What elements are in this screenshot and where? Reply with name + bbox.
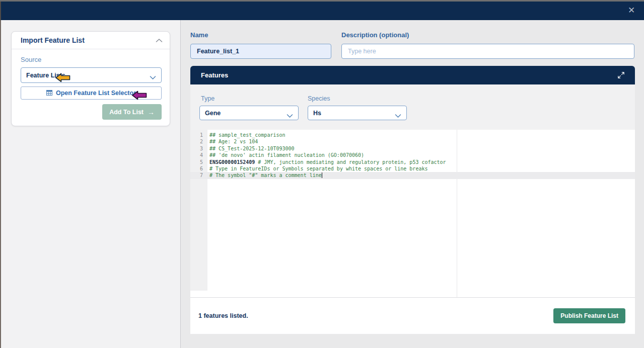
features-footer: 1 features listed. Publish Feature List <box>190 298 635 334</box>
source-dropdown[interactable]: Feature Lists <box>21 67 162 83</box>
type-dropdown-value: Gene <box>205 110 221 117</box>
open-feature-list-selector-label: Open Feature List Selector <box>56 90 136 97</box>
editor-line[interactable]: 2## Age: 2 vs 104 <box>190 138 635 145</box>
line-code: ## 'de novo' actin filament nucleation (… <box>207 152 364 158</box>
magenta-annotation-arrow <box>132 91 147 102</box>
editor-line[interactable]: 3## CS_Test-2025-12-10T093000 <box>190 145 635 152</box>
dialog-titlebar: ✕ <box>0 2 644 20</box>
name-label: Name <box>190 31 208 39</box>
add-to-list-label: Add To List <box>109 109 144 116</box>
editor-line[interactable]: 1## sample_test_comparison <box>190 132 635 138</box>
chevron-down-icon <box>150 73 156 82</box>
add-to-list-button[interactable]: Add To List → <box>102 104 162 120</box>
publish-feature-list-button[interactable]: Publish Feature List <box>553 308 625 323</box>
panel-title: Import Feature List <box>21 36 85 44</box>
line-number: 4 <box>190 152 207 158</box>
editor-line[interactable]: 5ENSG00000152409 # JMY, junction mediati… <box>190 159 635 165</box>
features-count-text: 1 features listed. <box>198 312 248 319</box>
name-input[interactable] <box>190 44 331 59</box>
close-icon[interactable]: ✕ <box>625 4 638 18</box>
features-header: Features <box>190 66 635 84</box>
description-label: Description (optional) <box>341 31 409 39</box>
editor-line[interactable]: 7# The symbol "#" marks a comment line <box>190 172 635 179</box>
features-section: Features Type Species Gene Hs <box>190 66 635 334</box>
text-cursor <box>322 172 322 178</box>
type-label: Type <box>201 95 214 102</box>
line-code: ## Age: 2 vs 104 <box>207 138 258 145</box>
chevron-up-icon[interactable] <box>156 36 163 45</box>
chevron-down-icon <box>395 111 401 120</box>
line-number: 7 <box>190 172 207 179</box>
species-dropdown-value: Hs <box>313 110 321 117</box>
line-code: # The symbol "#" marks a comment line <box>207 172 322 179</box>
yellow-annotation-arrow <box>55 73 70 84</box>
line-number: 2 <box>190 138 207 145</box>
expand-icon[interactable] <box>616 70 626 80</box>
line-number: 5 <box>190 159 207 165</box>
description-input[interactable] <box>341 44 634 59</box>
import-feature-list-panel: Import Feature List Source Feature Lists <box>11 31 170 126</box>
line-number: 3 <box>190 145 207 152</box>
editor-lines: 1## sample_test_comparison2## Age: 2 vs … <box>190 132 635 179</box>
line-number: 1 <box>190 132 207 138</box>
table-icon <box>46 89 52 98</box>
source-label: Source <box>21 56 162 63</box>
editor-line[interactable]: 4## 'de novo' actin filament nucleation … <box>190 152 635 158</box>
line-code: ENSG00000152409 # JMY, junction mediatin… <box>207 159 446 165</box>
line-code: ## sample_test_comparison <box>207 132 285 138</box>
species-dropdown[interactable]: Hs <box>308 106 407 120</box>
chevron-down-icon <box>287 111 293 120</box>
species-label: Species <box>308 95 330 102</box>
features-title: Features <box>201 71 228 79</box>
line-number: 6 <box>190 165 207 172</box>
type-dropdown[interactable]: Gene <box>199 106 299 120</box>
line-code: ## CS_Test-2025-12-10T093000 <box>207 145 295 152</box>
editor-line[interactable]: 6# Type in FeatureIDs or Symbols separat… <box>190 165 635 172</box>
panel-header[interactable]: Import Feature List <box>12 32 170 49</box>
arrow-right-icon: → <box>148 108 155 116</box>
line-code: # Type in FeatureIDs or Symbols separate… <box>207 165 427 172</box>
features-options-bar: Type Species Gene Hs <box>190 84 635 130</box>
feature-list-editor[interactable]: 1## sample_test_comparison2## Age: 2 vs … <box>190 130 635 297</box>
